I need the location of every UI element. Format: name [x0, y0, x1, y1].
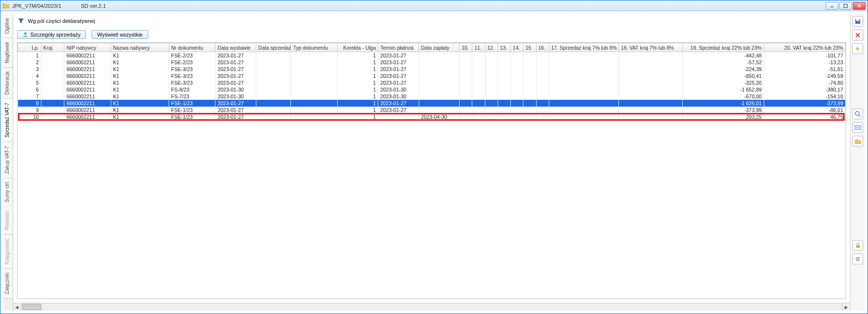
vat-icon-button[interactable]: VAT — [852, 122, 863, 133]
vat-icon: VAT — [854, 124, 861, 131]
toolbar-header-label: Wg pól części deklaratywnej — [28, 18, 95, 24]
column-header-typdok[interactable]: Typ dokumentu — [291, 43, 337, 52]
sidebar-tab-zakup-vat-7[interactable]: Zakup VAT-7 — [3, 142, 13, 178]
column-header-c11[interactable]: 11. — [472, 43, 485, 52]
save-icon — [854, 18, 861, 25]
zoom-icon-button[interactable] — [852, 109, 863, 119]
scroll-left-arrow[interactable]: ◄ — [13, 303, 21, 311]
lightning-icon-button[interactable] — [852, 43, 863, 54]
column-header-c14[interactable]: 14. — [511, 43, 523, 52]
right-toolbar: VAT — [850, 14, 865, 311]
side-tabs: OgólneNagłówekDeklaracjaSprzedaż VAT-7Za… — [3, 14, 13, 311]
column-header-lp[interactable]: Lp. — [18, 43, 41, 52]
column-header-nip[interactable]: NIP nabywcy — [64, 43, 111, 52]
details-button-label: Szczegóły sprzedaży — [30, 32, 80, 37]
delete-icon — [854, 32, 861, 38]
column-header-c19[interactable]: 19. Sprzedaż kraj 22% lub 23% — [682, 43, 764, 52]
table-row[interactable]: 16660002211K1FSE-2/232023-01-2712023-01-… — [18, 52, 846, 59]
list-icon — [854, 256, 861, 262]
column-header-datawyst[interactable]: Data wystawie — [215, 43, 256, 52]
show-all-button-label: Wyświetl wszystkie — [97, 32, 142, 37]
titlebar: JPK_V7M/04/2023/1 SD ver.2.1 — [0, 0, 868, 11]
sidebar-tab-nag-wek[interactable]: Nagłówek — [3, 38, 13, 68]
sidebar-tab-p-atno-ci: Płatności — [3, 206, 13, 235]
details-button[interactable]: Szczegóły sprzedaży — [17, 30, 86, 39]
sidebar-tab-ksi-gowo-: Księgowość — [3, 235, 13, 269]
column-header-c17[interactable]: 17. Sprzedaż kraj 7% lub 8% — [549, 43, 618, 52]
svg-rect-1 — [844, 4, 848, 7]
svg-text:VAT: VAT — [855, 126, 860, 129]
filter-icon — [17, 17, 25, 25]
table-row[interactable]: 106660002211K1FSE-1/232023-01-2712023-04… — [18, 113, 846, 120]
table-row[interactable]: 66660002211K1FS-8/232023-01-3012023-01-3… — [18, 86, 846, 93]
maximize-button[interactable] — [839, 2, 852, 10]
column-header-c10[interactable]: 10. — [460, 43, 472, 52]
window-title: JPK_V7M/04/2023/1 — [12, 3, 61, 9]
table-row[interactable]: 36660002211K1FSE-3/232023-01-2712023-01-… — [18, 66, 846, 73]
lock-icon — [854, 242, 861, 249]
sidebar-tab-sumy-ctrl[interactable]: Sumy ctrl — [3, 178, 13, 207]
sidebar-tab-sprzeda-vat-7[interactable]: Sprzedaż VAT-7 — [3, 99, 13, 142]
column-header-termin[interactable]: Termin płatnoś — [378, 43, 419, 52]
table-row[interactable]: 96660002211K1FSE-1/232023-01-2712023-01-… — [18, 107, 846, 113]
list-icon-button[interactable] — [852, 254, 863, 264]
scroll-thumb[interactable] — [22, 304, 41, 310]
app-window: JPK_V7M/04/2023/1 SD ver.2.1 OgólneNagłó… — [0, 0, 868, 314]
table-row[interactable]: 46660002211K1FSE-3/232023-01-2712023-01-… — [18, 73, 846, 79]
column-header-datazap[interactable]: Data zapłaty — [419, 43, 459, 52]
lightning-icon — [854, 45, 861, 52]
scroll-right-arrow[interactable]: ► — [842, 303, 850, 311]
column-header-kraj[interactable]: Kraj — [41, 43, 64, 52]
column-header-c15[interactable]: 15 — [523, 43, 536, 52]
column-header-c16[interactable]: 16. — [536, 43, 549, 52]
table-row[interactable]: 26660002211K1FSE-2/232023-01-2712023-01-… — [18, 59, 846, 66]
window-version: SD ver.2.1 — [81, 3, 106, 9]
column-header-nazwa[interactable]: Nazwa nabywcy — [111, 43, 169, 52]
close-button[interactable] — [853, 2, 866, 10]
table-row[interactable]: 76660002211K1FS-7/232023-01-3012023-01-3… — [18, 93, 846, 100]
data-grid[interactable]: Lp.KrajNIP nabywcyNazwa nabywcyNr dokume… — [17, 42, 846, 299]
show-all-button[interactable]: Wyświetl wszystkie — [92, 30, 148, 39]
column-header-c12[interactable]: 12. — [485, 43, 498, 52]
column-header-c20[interactable]: 20. VAT kraj 22% lub 23% — [764, 43, 845, 52]
folder-icon — [2, 2, 9, 9]
svg-line-9 — [859, 115, 861, 117]
folder-icon — [854, 138, 861, 145]
table-row[interactable]: 86660002211K1FSE-1/232023-01-2712023-01-… — [18, 100, 846, 107]
svg-rect-12 — [856, 245, 860, 248]
column-header-datasprz[interactable]: Data sprzedaż — [256, 43, 291, 52]
column-header-c18[interactable]: 18. VAT kraj 7% lub 8% — [618, 43, 682, 52]
column-header-c13[interactable]: 13. — [498, 43, 510, 52]
minimize-button[interactable] — [826, 2, 838, 10]
column-header-korekta[interactable]: Korekta - Ulga — [337, 43, 378, 52]
lock-icon-button[interactable] — [852, 240, 863, 251]
column-header-nrdok[interactable]: Nr dokumentu — [169, 43, 215, 52]
export-icon — [22, 32, 28, 37]
sidebar-tab-og-lne[interactable]: Ogólne — [3, 14, 13, 38]
svg-point-8 — [855, 111, 859, 115]
zoom-icon — [854, 111, 861, 117]
delete-icon-button[interactable] — [852, 30, 863, 40]
table-row[interactable]: 56660002211K1FSE-3/232023-01-2712023-01-… — [18, 79, 846, 86]
save-icon-button[interactable] — [852, 16, 863, 27]
sidebar-tab-deklaracja[interactable]: Deklaracja — [3, 68, 13, 99]
sidebar-tab-za-czniki[interactable]: Załączniki — [3, 269, 13, 298]
svg-rect-5 — [856, 19, 859, 21]
horizontal-scrollbar[interactable]: ◄ ► — [13, 303, 850, 311]
toolbar-header: Wg pól części deklaratywnej — [13, 14, 850, 28]
folder-icon-button[interactable] — [852, 136, 863, 147]
